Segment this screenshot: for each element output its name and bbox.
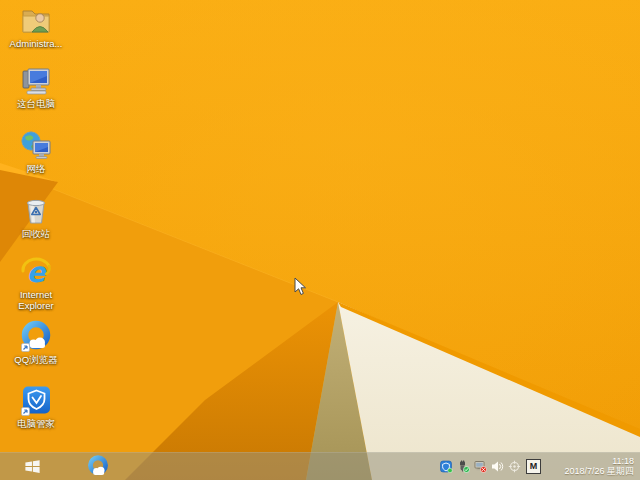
icon-label: 网络	[27, 163, 46, 174]
desktop-icon-administrator-folder[interactable]: Administra...	[0, 4, 72, 49]
mouse-cursor	[294, 277, 307, 296]
qq-browser-taskbar-icon	[87, 455, 109, 477]
desktop-icon-network[interactable]: 网络	[0, 129, 72, 174]
start-button[interactable]	[10, 452, 54, 480]
network-globe-icon	[20, 129, 52, 161]
icon-label: Internet Explorer	[3, 289, 69, 311]
icon-label: 这台电脑	[17, 98, 55, 109]
internet-explorer-icon: e	[20, 255, 52, 287]
desktop-icon-pc-manager[interactable]: 电脑管家	[0, 384, 72, 429]
desktop-icon-recycle-bin[interactable]: 回收站	[0, 194, 72, 239]
windows-logo-icon	[24, 458, 41, 474]
wallpaper	[0, 0, 640, 480]
taskbar-qq-browser-button[interactable]	[78, 452, 118, 480]
desktop-screen: Administra... 这台电脑 网络	[0, 0, 640, 480]
computer-icon	[20, 64, 52, 96]
crosshair-tray-icon[interactable]	[507, 459, 521, 473]
volume-tray-icon[interactable]	[490, 459, 504, 473]
desktop-icon-qq-browser[interactable]: QQ浏览器	[0, 320, 72, 365]
icon-label: 回收站	[22, 228, 51, 239]
usb-device-tray-icon[interactable]	[456, 459, 470, 473]
taskbar: M 11:18 2018/7/26 星期四	[0, 452, 640, 480]
icon-label: Administra...	[10, 38, 63, 49]
pc-manager-shield-icon	[20, 384, 52, 416]
qq-browser-icon	[20, 320, 52, 352]
pc-manager-tray-icon[interactable]	[439, 459, 453, 473]
desktop-icon-internet-explorer[interactable]: e Internet Explorer	[0, 255, 72, 311]
icon-label: QQ浏览器	[14, 354, 57, 365]
desktop-icon-this-pc[interactable]: 这台电脑	[0, 64, 72, 109]
input-method-indicator[interactable]: M	[526, 459, 541, 474]
system-tray: M 11:18 2018/7/26 星期四	[439, 452, 638, 480]
clock-time: 11:18	[550, 456, 634, 467]
taskbar-clock[interactable]: 11:18 2018/7/26 星期四	[550, 456, 634, 477]
user-folder-icon	[20, 4, 52, 36]
recycle-bin-icon	[20, 194, 52, 226]
clock-date: 2018/7/26 星期四	[550, 466, 634, 477]
icon-label: 电脑管家	[17, 418, 55, 429]
network-error-tray-icon[interactable]	[473, 459, 487, 473]
